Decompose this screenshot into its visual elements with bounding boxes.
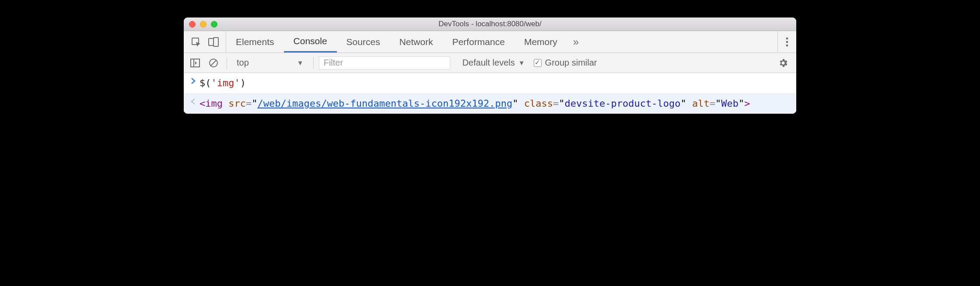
svg-point-5 xyxy=(786,44,788,46)
toggle-sidebar-icon[interactable] xyxy=(187,55,203,71)
execution-context-select[interactable]: top ▼ xyxy=(232,58,308,68)
group-similar-label: Group similar xyxy=(545,58,597,68)
svg-point-4 xyxy=(786,41,788,43)
levels-label: Default levels xyxy=(462,58,515,68)
more-menu-icon[interactable] xyxy=(777,31,796,52)
separator xyxy=(313,57,314,69)
inspect-tools xyxy=(184,31,226,52)
input-prompt-icon xyxy=(187,76,200,85)
console-output: $('img') <img src="/web/images/web-funda… xyxy=(184,73,796,114)
console-settings-icon[interactable] xyxy=(777,55,793,71)
zoom-icon[interactable] xyxy=(211,21,217,28)
separator xyxy=(227,57,227,69)
context-value: top xyxy=(237,58,249,68)
inspect-element-icon[interactable] xyxy=(188,34,204,50)
clear-console-icon[interactable] xyxy=(206,55,221,71)
console-result-row[interactable]: <img src="/web/images/web-fundamentals-i… xyxy=(184,94,796,114)
log-levels-select[interactable]: Default levels ▼ xyxy=(462,58,525,68)
minimize-icon[interactable] xyxy=(200,21,206,28)
panel-tabbar: Elements Console Sources Network Perform… xyxy=(184,31,796,53)
console-result-html: <img src="/web/images/web-fundamentals-i… xyxy=(200,96,792,111)
filter-placeholder: Filter xyxy=(324,58,343,68)
panel-tabs: Elements Console Sources Network Perform… xyxy=(226,31,585,52)
tab-elements[interactable]: Elements xyxy=(226,31,284,52)
console-input-row[interactable]: $('img') xyxy=(184,73,796,94)
chevron-down-icon: ▼ xyxy=(297,59,304,66)
tabs-overflow-icon[interactable]: » xyxy=(567,31,585,52)
svg-point-10 xyxy=(191,101,192,102)
console-toolbar: top ▼ Filter Default levels ▼ Group simi… xyxy=(184,53,796,73)
devtools-window: DevTools - localhost:8080/web/ Elements … xyxy=(184,17,796,114)
code-string: 'img' xyxy=(211,77,240,88)
filter-input[interactable]: Filter xyxy=(319,56,450,70)
group-similar-toggle[interactable]: Group similar xyxy=(534,58,597,68)
svg-rect-2 xyxy=(214,38,218,46)
chevron-down-icon: ▼ xyxy=(518,59,525,66)
window-title: DevTools - localhost:8080/web/ xyxy=(184,20,796,28)
close-icon[interactable] xyxy=(189,21,196,28)
svg-line-9 xyxy=(211,60,216,66)
svg-point-3 xyxy=(786,37,788,39)
device-toolbar-icon[interactable] xyxy=(206,34,221,50)
console-input-code: $('img') xyxy=(200,76,792,91)
titlebar: DevTools - localhost:8080/web/ xyxy=(184,17,796,31)
checkbox-checked-icon[interactable] xyxy=(534,59,542,67)
tab-performance[interactable]: Performance xyxy=(443,31,514,52)
window-controls xyxy=(184,21,217,28)
tab-network[interactable]: Network xyxy=(390,31,443,52)
tab-console[interactable]: Console xyxy=(284,31,337,52)
tab-memory[interactable]: Memory xyxy=(514,31,567,52)
output-marker-icon xyxy=(187,96,200,105)
tab-sources[interactable]: Sources xyxy=(337,31,390,52)
code-fn: $ xyxy=(200,77,205,88)
